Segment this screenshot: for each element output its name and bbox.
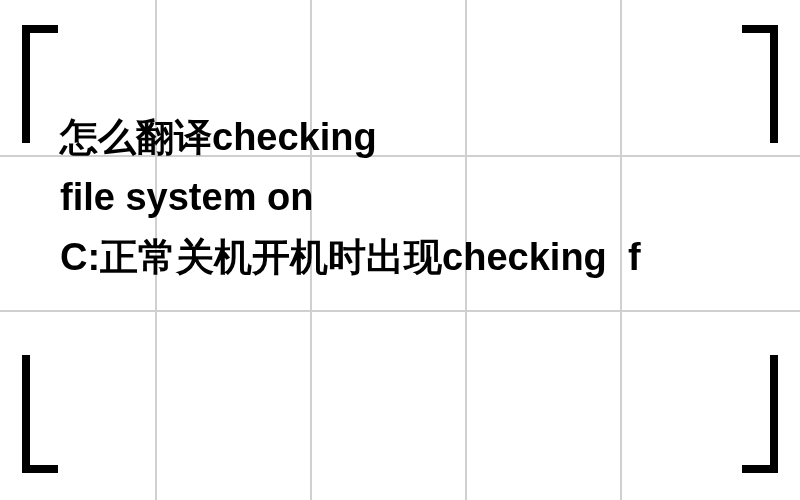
bracket-bottom-left (22, 355, 58, 473)
line3-suffix: f (628, 236, 641, 278)
bracket-bottom-right (742, 355, 778, 473)
bracket-top-right (742, 25, 778, 143)
question-line-1: 怎么翻译checking (60, 115, 377, 161)
question-line-2: file system on (60, 175, 313, 221)
note-canvas: 怎么翻译checking file system on C:正常关机开机时出现c… (0, 0, 800, 500)
grid-line (0, 310, 800, 312)
question-line-3: C:正常关机开机时出现checking f (60, 235, 641, 281)
bracket-top-left (22, 25, 58, 143)
line3-prefix: C:正常关机开机时出现checking (60, 236, 607, 278)
